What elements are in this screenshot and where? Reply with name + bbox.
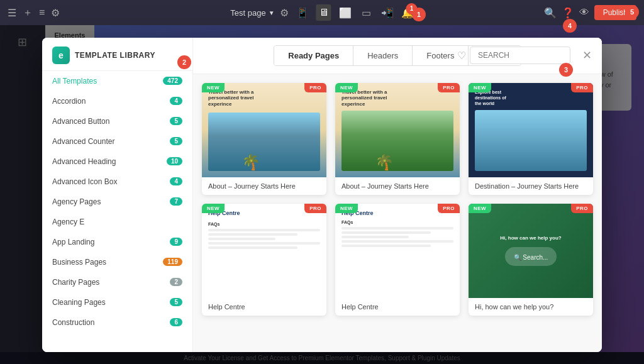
new-badge-2: NEW (335, 83, 358, 92)
new-badge-1: NEW (202, 83, 225, 92)
widescreen-icon[interactable]: ▭ (359, 4, 374, 21)
modal-sidebar: e TEMPLATE LIBRARY All Templates 472 Acc… (42, 38, 193, 352)
top-bar: ☰ ＋ ≡ ⚙ Test page ▼ ⚙ 📱 🖥 ⬜ ▭ 📲 🔔 1 🔍 ❓ … (0, 0, 644, 25)
template-thumb-2: NEW PRO Travel better with apersonalized… (335, 83, 460, 177)
preview-icon[interactable]: 👁 (579, 7, 589, 18)
callout-1: 1 (412, 8, 426, 21)
modal-close-button[interactable]: ✕ (582, 50, 592, 61)
filter-advanced-counter[interactable]: Advanced Counter 5 (42, 131, 192, 152)
modal-main: Ready Pages Headers Footers Blocks ♡ ✕ N… (193, 38, 602, 352)
template-thumb-3: NEW PRO Explore bestdestinations ofthe w… (469, 83, 593, 177)
pro-badge-5: PRO (438, 204, 460, 213)
template-card-4[interactable]: NEW PRO Help Centre FAQs Help (202, 204, 326, 316)
filter-advanced-button[interactable]: Advanced Button 5 (42, 111, 192, 131)
callout-2: 2 (177, 55, 191, 69)
favorites-icon[interactable]: ♡ (457, 50, 466, 62)
help-icon[interactable]: ❓ (562, 7, 574, 19)
tab-ready-pages[interactable]: Ready Pages (274, 46, 353, 65)
template-label-1: About – Journey Starts Here (202, 177, 326, 195)
modal-title: TEMPLATE LIBRARY (75, 51, 155, 60)
modal-tabs: Ready Pages Headers Footers Blocks ♡ ✕ (193, 38, 602, 74)
template-label-6: Hi, how can we help you? (469, 298, 593, 316)
filter-accordion[interactable]: Accordion 4 (42, 91, 192, 111)
filter-business-pages[interactable]: Business Pages 119 (42, 252, 192, 272)
filter-all-templates[interactable]: All Templates 472 (42, 71, 192, 91)
top-bar-left: ☰ ＋ ≡ ⚙ (8, 6, 60, 19)
page-name[interactable]: Test page ▼ (230, 8, 274, 18)
page-settings-icon[interactable]: ⚙ (280, 7, 289, 19)
phone-icon[interactable]: 📱 (294, 4, 311, 21)
callout-3: 3 (559, 63, 573, 77)
modal-sidebar-header: e TEMPLATE LIBRARY (42, 38, 192, 71)
template-search-input[interactable] (470, 47, 570, 64)
plus-icon[interactable]: ＋ (23, 6, 33, 19)
template-card-6[interactable]: NEW PRO Hi, how can we help you? 🔍 Searc… (469, 204, 593, 316)
filter-advanced-icon-box[interactable]: Advanced Icon Box 4 (42, 172, 192, 192)
filter-construction[interactable]: Construction 6 (42, 312, 192, 333)
modal-overlay: e TEMPLATE LIBRARY All Templates 472 Acc… (0, 25, 644, 364)
template-card-1[interactable]: NEW PRO Travel better with apersonalized… (202, 83, 326, 195)
filter-advanced-heading[interactable]: Advanced Heading 10 (42, 152, 192, 172)
template-grid: NEW PRO Travel better with apersonalized… (193, 74, 602, 352)
template-label-3: Destination – Journey Starts Here (469, 177, 593, 195)
search-top-icon[interactable]: 🔍 (544, 7, 557, 19)
filter-app-landing[interactable]: App Landing 9 (42, 232, 192, 252)
tablet-icon[interactable]: ⬜ (336, 4, 354, 21)
template-thumb-6: NEW PRO Hi, how can we help you? 🔍 Searc… (469, 204, 593, 298)
list-icon[interactable]: ≡ (39, 7, 45, 18)
palm-icon-2: 🌴 (375, 153, 394, 171)
desktop-icon[interactable]: 🖥 (316, 4, 331, 21)
new-badge-4: NEW (202, 204, 225, 213)
filter-charity-pages[interactable]: Charity Pages 2 (42, 272, 192, 292)
template-label-5: Help Centre (335, 298, 460, 316)
pro-badge-3: PRO (571, 83, 593, 92)
pro-badge-6: PRO (571, 204, 593, 213)
callout-5: 5 (625, 5, 639, 19)
pro-badge-2: PRO (438, 83, 460, 92)
template-thumb-5: NEW PRO Help Centre FAQs (335, 204, 460, 298)
template-card-5[interactable]: NEW PRO Help Centre FAQs Help Centre (335, 204, 460, 316)
template-thumb-1: NEW PRO Travel better with apersonalized… (202, 83, 326, 177)
template-card-3[interactable]: NEW PRO Explore bestdestinations ofthe w… (469, 83, 593, 195)
tab-headers[interactable]: Headers (353, 46, 413, 65)
palm-icon: 🌴 (242, 153, 260, 171)
settings-icon[interactable]: ⚙ (51, 7, 60, 19)
filter-cleaning-pages[interactable]: Cleaning Pages 5 (42, 292, 192, 312)
mobile-icon[interactable]: 📲 (379, 4, 396, 21)
new-badge-3: NEW (469, 83, 491, 92)
pro-badge-4: PRO (304, 204, 326, 213)
template-thumb-4: NEW PRO Help Centre FAQs (202, 204, 326, 298)
menu-icon[interactable]: ☰ (8, 7, 16, 19)
top-bar-center: Test page ▼ ⚙ 📱 🖥 ⬜ ▭ 📲 🔔 1 (230, 4, 413, 21)
template-library-modal: e TEMPLATE LIBRARY All Templates 472 Acc… (42, 38, 602, 352)
template-card-2[interactable]: NEW PRO Travel better with apersonalized… (335, 83, 460, 195)
modal-logo: e (52, 47, 70, 64)
new-badge-6: NEW (469, 204, 491, 213)
modal-search-area: ♡ (457, 47, 570, 64)
filter-agency-pages[interactable]: Agency Pages 7 (42, 192, 192, 212)
filter-agency-e[interactable]: Agency E (42, 212, 192, 232)
callout-4: 4 (563, 19, 577, 33)
chevron-down-icon: ▼ (269, 9, 275, 16)
pro-badge-1: PRO (304, 83, 326, 92)
top-bar-right: 🔍 ❓ 👁 Publish (544, 5, 636, 20)
template-label-2: About – Journey Starts Here (335, 177, 460, 195)
template-label-4: Help Centre (202, 298, 326, 316)
new-badge-5: NEW (335, 204, 358, 213)
